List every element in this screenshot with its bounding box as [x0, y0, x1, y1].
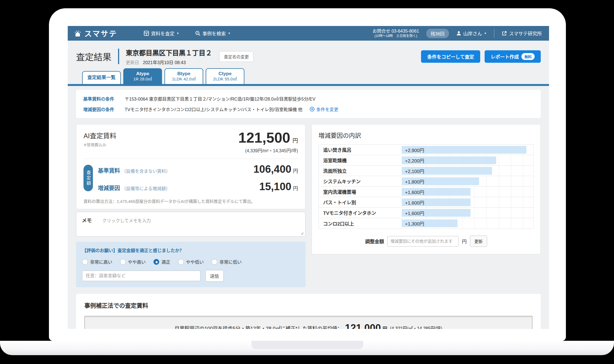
radio-option-2[interactable]: 適正	[153, 258, 170, 265]
tab-sublabel: 1R 28.0㎡	[124, 77, 161, 82]
nav-menu-search-label: 事例を検索	[202, 30, 226, 37]
assessment-address: 東京都目黒区下目黒１丁目２	[126, 48, 212, 57]
calculator-icon	[144, 31, 149, 36]
factor-bar: +1,300円	[402, 219, 458, 227]
base-conditions-value: 〒153-0064 東京都目黒区下目黒１丁目２/マンション/RC造/1R/築12…	[125, 95, 315, 102]
tab-btype[interactable]: Btype1LDK 42.0㎡	[164, 68, 203, 84]
factor-bar: +1,800円	[402, 177, 479, 185]
bar-area: +2,900円	[402, 145, 533, 155]
submit-button[interactable]: 送信	[205, 270, 224, 282]
case-correction-price: 121,000	[345, 322, 381, 329]
contact-hours: (10時〜18時 土日祝を除く)	[373, 34, 419, 38]
radio-option-0[interactable]: 非常に高い	[82, 258, 112, 265]
case-correction-desc: 目黒駅周辺の100戸を徒歩5分・築12年・28.0㎡に補正*した賃料の平均値：	[175, 324, 342, 329]
adjustment-unit: 円	[462, 238, 467, 245]
factor-value: +1,300円	[402, 220, 424, 227]
page-header: 査定結果 東京都目黒区下目黒１丁目２ 更新日 2021年3月10日 08:43 …	[68, 48, 549, 65]
radio-button-icon[interactable]	[120, 259, 126, 265]
tab-label: Ctype	[206, 71, 244, 77]
resize-handle-icon[interactable]	[300, 232, 304, 235]
ai-assessed-rent: 121,500	[238, 130, 290, 146]
create-report-button[interactable]: レポート作成 無料	[485, 50, 541, 63]
conditions-card: 基準賃料の条件 〒153-0064 東京都目黒区下目黒１丁目２/マンション/RC…	[76, 90, 541, 118]
tab-sublabel: 2LDK 55.0㎡	[206, 77, 244, 82]
nav-divider	[494, 29, 494, 38]
nav-menu-rent[interactable]: 賃料を査定 ▼	[144, 30, 179, 37]
factor-bar-chart: 追い焚き風呂+2,900円浴室乾燥機+2,200円洗面所独立+2,100円システ…	[318, 144, 534, 229]
factor-name: システムキッチン	[319, 178, 402, 185]
calculation-method-note: 賃料の算出方法：2,475,466部屋分の賃料データからAIが構築した賃料推定モ…	[83, 198, 298, 204]
rename-assessment-button[interactable]: 査定名の変更	[219, 51, 254, 62]
remaining-count-badge: 残36回	[426, 29, 449, 38]
brand-logo[interactable]: スマサテ	[74, 28, 117, 39]
case-correction-per-area: (4,321円/㎡・14,285円/坪)	[390, 325, 442, 329]
user-icon	[456, 31, 461, 36]
bar-area: +1,600円	[402, 208, 533, 218]
evaluation-options: 非常に高いやや高い適正やや低い非常に低い	[82, 258, 299, 265]
tab-active-strip	[68, 84, 549, 86]
factor-name: 洗面所独立	[319, 167, 402, 174]
ai-assessment-card: AI査定賃料 ※管理費込み 121,500円 (4,339円/m²・14,345…	[76, 124, 305, 209]
base-rent-caption: （設備を含まない賃料）	[122, 167, 170, 174]
tab-ctype[interactable]: Ctype2LDK 55.0㎡	[206, 68, 244, 84]
tab-label: Btype	[165, 71, 203, 77]
external-link-icon	[501, 31, 507, 36]
radio-option-label: やや低い	[186, 258, 204, 265]
tab-atype[interactable]: Atype1R 28.0㎡	[123, 68, 162, 84]
evaluation-comment-input[interactable]	[82, 271, 200, 281]
bar-area: +2,100円	[402, 166, 533, 176]
radio-button-icon[interactable]	[153, 259, 159, 265]
copy-conditions-button[interactable]: 条件をコピーして査定	[421, 50, 480, 63]
lab-link-label: スマサテ研究所	[509, 30, 542, 37]
factor-row: コンロ2口以上+1,300円	[319, 218, 534, 229]
contact-phone: お問合せ 03-6435-8061	[373, 28, 419, 34]
factor-row: 洗面所独立+2,100円	[319, 166, 534, 176]
factor-amount-label: 増減要因	[98, 184, 120, 192]
user-menu[interactable]: 山岸さん ▼	[456, 30, 487, 37]
laptop-notch	[252, 341, 363, 349]
change-conditions-link[interactable]: 条件を変更	[310, 106, 338, 112]
factor-breakdown-title: 増減要因の内訳	[318, 130, 534, 139]
house-icon	[74, 30, 82, 37]
chevron-down-icon: ▼	[176, 32, 179, 35]
create-report-label: レポート作成	[491, 53, 519, 60]
adjustment-amount-input[interactable]	[387, 236, 459, 247]
ai-assessment-title: AI査定賃料	[83, 130, 116, 140]
memo-input[interactable]	[102, 216, 300, 232]
factor-bar: +2,900円	[402, 146, 526, 154]
factor-bar: +2,200円	[402, 156, 496, 164]
factor-conditions-label: 増減要因の条件	[83, 106, 125, 112]
laptop-mockup: スマサテ 賃料を査定 ▼	[0, 0, 614, 364]
radio-button-icon[interactable]	[82, 259, 88, 265]
radio-option-1[interactable]: やや高い	[120, 258, 146, 265]
factor-amount-value: 15,100	[259, 181, 291, 193]
update-button[interactable]: 更新	[470, 235, 487, 247]
radio-option-3[interactable]: やや低い	[178, 258, 204, 265]
nav-menu-rent-label: 賃料を査定	[151, 30, 174, 37]
radio-option-label: やや高い	[128, 258, 146, 265]
factor-value: +2,900円	[402, 146, 424, 153]
radio-option-label: 非常に高い	[90, 258, 112, 265]
factor-amount-caption: （設備等による増減額）	[122, 185, 170, 192]
case-correction-card: 事例補正法での査定賃料 目黒駅周辺の100戸を徒歩5分・築12年・28.0㎡に補…	[76, 294, 541, 329]
factor-name: バス・トイレ別	[319, 199, 402, 206]
factor-name: 室内洗濯機置場	[319, 188, 402, 195]
bar-area: +1,300円	[402, 218, 533, 229]
lab-link[interactable]: スマサテ研究所	[501, 30, 542, 37]
contact-info: お問合せ 03-6435-8061 (10時〜18時 土日祝を除く)	[373, 28, 419, 38]
bar-area: +1,800円	[402, 176, 533, 186]
bar-area: +2,200円	[402, 155, 533, 165]
factor-bar: +1,600円	[402, 209, 471, 217]
page-title: 査定結果	[76, 50, 111, 63]
radio-option-4[interactable]: 非常に低い	[211, 258, 242, 265]
nav-menu-search[interactable]: 事例を検索 ▼	[195, 30, 231, 37]
updated-value: 2021年3月10日 08:43	[143, 59, 186, 66]
factor-name: コンロ2口以上	[319, 220, 402, 227]
chevron-down-icon: ▼	[228, 32, 231, 35]
ai-rent-per-area: (4,339円/m²・14,345円/坪)	[238, 147, 298, 154]
chevron-down-icon: ▼	[484, 32, 487, 35]
radio-button-icon[interactable]	[178, 259, 184, 265]
factor-row: 浴室乾燥機+2,200円	[319, 155, 534, 166]
radio-button-icon[interactable]	[211, 259, 217, 265]
tab-results-list[interactable]: 査定結果一覧	[82, 71, 121, 84]
